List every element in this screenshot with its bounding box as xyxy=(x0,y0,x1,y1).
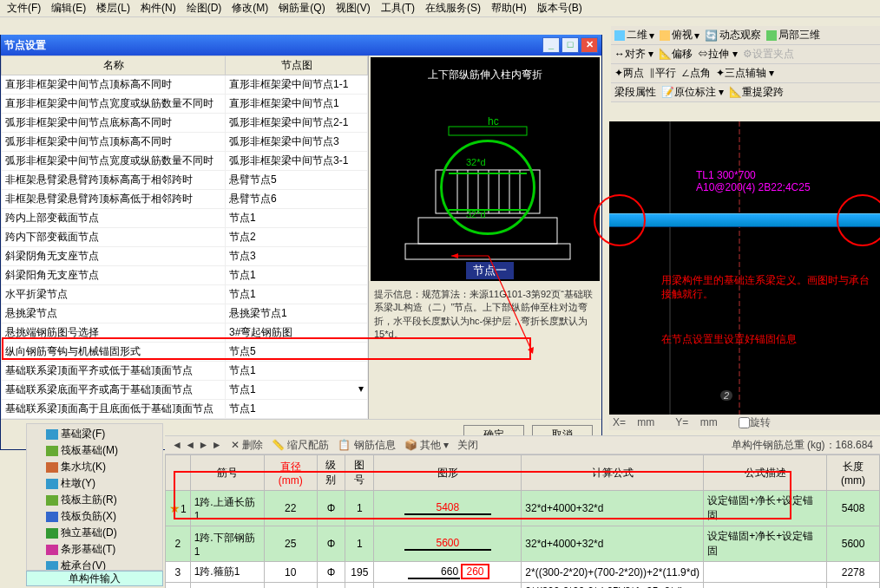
col-name: 名称 xyxy=(2,56,226,75)
menu-rebar[interactable]: 钢筋量(Q) xyxy=(275,1,328,16)
btn-delete[interactable]: ✕ 删除 xyxy=(231,438,263,453)
table-row[interactable]: 弧形非框架梁中间节点顶标高不同时弧形非框架梁中间节点3 xyxy=(2,133,368,152)
table-row[interactable]: 直形非框架梁中间节点宽度或纵筋数量不同时直形非框架梁中间节点1 xyxy=(2,95,368,114)
btn-beamprop[interactable]: 梁段属性 xyxy=(614,85,656,100)
menu-tools[interactable]: 工具(T) xyxy=(378,1,418,16)
tree-item[interactable]: 筏板基础(M) xyxy=(29,442,161,459)
tree-item[interactable]: 条形基础(T) xyxy=(29,541,161,558)
svg-rect-10 xyxy=(405,244,570,259)
tree-item[interactable]: 基础梁(F) xyxy=(29,426,161,442)
table-row[interactable]: 直形非框架梁中间节点顶标高不同时直形非框架梁中间节点1-1 xyxy=(2,75,368,95)
rotate-toggle[interactable]: 旋转 xyxy=(739,415,771,430)
annotation-1: 用梁构件里的基础连系梁定义。画图时与承台接触就行。 xyxy=(661,274,870,301)
btn-stretch[interactable]: ⇔拉伸 ▾ xyxy=(698,47,737,62)
col-shape: 图形 xyxy=(374,455,522,491)
coord-x: X= mm xyxy=(613,416,654,428)
beam-label: TL1 300*700A10@200(4) 2B22;4C25 xyxy=(696,169,811,194)
minimize-button[interactable]: _ xyxy=(542,37,560,53)
menu-version[interactable]: 版本号(B) xyxy=(534,1,586,16)
btn-parallel[interactable]: ∥平行 xyxy=(649,66,676,81)
grid-row[interactable]: ★11跨.上通长筋122Φ1540832*d+4000+32*d设定锚固+净长+… xyxy=(166,491,880,526)
menu-online[interactable]: 在线服务(S) xyxy=(422,1,484,16)
tree-item[interactable]: 柱墩(Y) xyxy=(29,475,161,492)
col-diameter[interactable]: 直径(mm) xyxy=(264,455,317,491)
menu-bar[interactable]: 文件(F) 编辑(E) 楼层(L) 构件(N) 绘图(D) 修改(M) 钢筋量(… xyxy=(0,0,880,17)
btn-angle[interactable]: ∠点角 xyxy=(681,66,711,81)
table-row[interactable]: 悬挑端钢筋图号选择3#弯起钢筋图 xyxy=(2,323,368,343)
dim-top: 32*d xyxy=(466,157,486,167)
maximize-button[interactable]: □ xyxy=(561,37,579,53)
annotation-2: 在节点设置里设置好锚固信息 xyxy=(661,333,870,347)
btn-other[interactable]: 📦 其他 ▾ xyxy=(404,438,450,453)
col-formula: 计算公式 xyxy=(522,455,704,491)
table-row[interactable]: 跨内上部变截面节点节点1 xyxy=(2,209,368,228)
grid-number: 2 xyxy=(720,390,732,401)
col-grade: 级别 xyxy=(317,455,345,491)
table-row[interactable]: 悬挑梁节点悬挑梁节点1 xyxy=(2,304,368,323)
table-row[interactable]: 非框架悬臂梁悬臂跨顶标高高于相邻跨时悬臂节点5 xyxy=(2,171,368,190)
btn-respan[interactable]: 📐重提梁跨 xyxy=(729,85,784,100)
dialog-titlebar[interactable]: 节点设置 _ □ ✕ xyxy=(1,35,601,56)
table-row[interactable]: 跨内下部变截面节点节点2 xyxy=(2,228,368,247)
toolbar-edit: ↔对齐 ▾ 📐偏移 ⇔拉伸 ▾ ⚙设置夹点 xyxy=(611,45,880,64)
btn-scale[interactable]: 📏 缩尺配筋 xyxy=(272,438,329,453)
tree-item[interactable]: 独立基础(D) xyxy=(29,525,161,541)
btn-close[interactable]: 关闭 xyxy=(457,438,478,453)
btn-local3d[interactable]: 局部三维 xyxy=(766,28,820,42)
rebar-grid[interactable]: 筋号 直径(mm) 级别 图号 图形 计算公式 公式描述 长度(mm) ★11跨… xyxy=(165,454,880,588)
btn-align[interactable]: ↔对齐 ▾ xyxy=(614,47,653,62)
grid-row[interactable]: 21跨.下部钢筋125Φ1560032*d+4000+32*d设定锚固+净长+设… xyxy=(166,526,880,562)
table-row[interactable]: 基础联系梁顶面平齐或低于基础顶面节点节点1 xyxy=(2,362,368,381)
node-preview: 上下部纵筋伸入柱内弯折 hc 32*d 32*d 节点一 xyxy=(371,57,600,281)
menu-file[interactable]: 文件(F) xyxy=(3,1,44,16)
menu-view[interactable]: 视图(V) xyxy=(332,1,374,16)
menu-modify[interactable]: 修改(M) xyxy=(228,1,272,16)
component-tree[interactable]: 基础梁(F)筏板基础(M)集水坑(K)柱墩(Y)筏板主筋(R)筏板负筋(X)独立… xyxy=(26,423,163,571)
menu-edit[interactable]: 编辑(E) xyxy=(48,1,89,16)
total-weight: 单构件钢筋总重 (kg)：168.684 xyxy=(732,438,873,453)
menu-help[interactable]: 帮助(H) xyxy=(488,1,530,16)
node-table[interactable]: 名称节点图 直形非框架梁中间节点顶标高不同时直形非框架梁中间节点1-1直形非框架… xyxy=(1,56,368,419)
table-row[interactable]: 弧形非框架梁中间节点宽度或纵筋数量不同时弧形非框架梁中间节点3-1 xyxy=(2,152,368,171)
tree-item[interactable]: 筏板主筋(R) xyxy=(29,492,161,508)
table-row[interactable]: 基础联系梁底面平齐或高于基础顶面节点节点1 ▾ xyxy=(2,381,368,400)
table-row[interactable]: 斜梁阴角无支座节点节点3 xyxy=(2,247,368,266)
btn-inplace[interactable]: 📝原位标注 ▾ xyxy=(661,85,724,100)
highlight-circle xyxy=(440,140,535,235)
toolbar-beam: 梁段属性 📝原位标注 ▾ 📐重提梁跨 xyxy=(611,83,880,102)
table-row[interactable]: 基础联系梁顶面高于且底面低于基础顶面节点节点1 xyxy=(2,400,368,419)
grid-row[interactable]: 41跨.箍筋210Φ195660 1172*((300-2*20-2*d-25)… xyxy=(166,583,880,589)
nav-buttons[interactable]: ◄ ◄ ► ► xyxy=(172,439,222,451)
tree-item[interactable]: 集水坑(K) xyxy=(29,459,161,475)
node-label: 节点一 xyxy=(466,262,514,279)
menu-component[interactable]: 构件(N) xyxy=(137,1,180,16)
btn-twopoint[interactable]: ✦两点 xyxy=(614,66,644,81)
tree-item[interactable]: 桩承台(V) xyxy=(29,558,161,571)
col-desc: 公式描述 xyxy=(704,455,827,491)
btn-top[interactable]: 俯视 ▾ xyxy=(660,28,699,42)
table-row[interactable]: 纵向钢筋弯钩与机械锚固形式节点5 xyxy=(2,343,368,362)
grid-row[interactable]: 31跨.箍筋110Φ195660 2602*((300-2*20)+(700-2… xyxy=(166,562,880,583)
btn-offset[interactable]: 📐偏移 xyxy=(659,47,693,62)
btn-grip[interactable]: ⚙设置夹点 xyxy=(743,47,794,62)
table-row[interactable]: 斜梁阳角无支座节点节点1 xyxy=(2,266,368,285)
btn-2d[interactable]: 二维 ▾ xyxy=(614,28,654,42)
table-row[interactable]: 弧形非框架梁中间节点底标高不同时弧形非框架梁中间节点2-1 xyxy=(2,114,368,133)
toolbar-view: 二维 ▾ 俯视 ▾ 🔄动态观察 局部三维 xyxy=(611,26,880,45)
menu-floor[interactable]: 楼层(L) xyxy=(93,1,134,16)
btn-rebar-info[interactable]: 📋 钢筋信息 xyxy=(338,438,395,453)
grid-toolbar: ◄ ◄ ► ► ✕ 删除 📏 缩尺配筋 📋 钢筋信息 📦 其他 ▾ 关闭 单构件… xyxy=(165,435,880,454)
tree-item[interactable]: 筏板负筋(X) xyxy=(29,508,161,525)
coord-y: Y= mm xyxy=(675,416,717,428)
drawing-canvas[interactable]: TL1 300*700A10@200(4) 2B22;4C25 用梁构件里的基础… xyxy=(609,121,880,427)
btn-threepoint[interactable]: ✦三点辅轴 ▾ xyxy=(716,66,774,81)
tree-tab[interactable]: 单构件输入 xyxy=(26,571,163,586)
status-bar: X= mm Y= mm 旋转 xyxy=(609,415,880,430)
close-button[interactable]: ✕ xyxy=(581,37,598,53)
toolbar-draw: ✦两点 ∥平行 ∠点角 ✦三点辅轴 ▾ xyxy=(611,64,880,83)
hint-text: 提示信息：规范算法：来源11G101-3第92页“基础联系梁JL构造（二）”节点… xyxy=(369,283,601,347)
menu-draw[interactable]: 绘图(D) xyxy=(183,1,226,16)
table-row[interactable]: 非框架悬臂梁悬臂跨顶标高低于相邻跨时悬臂节点6 xyxy=(2,190,368,209)
table-row[interactable]: 水平折梁节点节点1 xyxy=(2,285,368,304)
btn-dynamic[interactable]: 🔄动态观察 xyxy=(705,28,761,42)
